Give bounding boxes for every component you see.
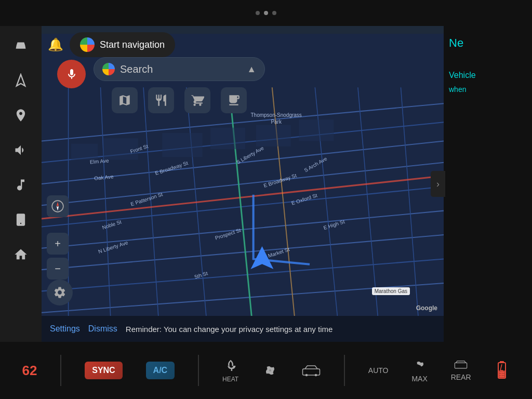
svg-marker-0	[17, 74, 25, 86]
sidebar-item-location[interactable]	[5, 101, 36, 129]
car-icon	[14, 38, 28, 53]
compass-button[interactable]	[47, 195, 69, 217]
when-label: when	[449, 85, 476, 94]
rear-button[interactable]: REAR	[451, 360, 471, 381]
compass-icon	[51, 200, 64, 213]
google-logo	[80, 37, 95, 52]
svg-marker-30	[57, 202, 59, 206]
category-shopping[interactable]	[184, 87, 210, 113]
svg-rect-42	[499, 376, 504, 377]
car-outline-icon	[302, 363, 321, 378]
divider-1	[60, 355, 61, 386]
sidebar-item-music[interactable]	[5, 170, 36, 199]
vehicle-label: Vehicle	[449, 71, 476, 80]
car-body-button[interactable]	[302, 363, 321, 378]
map-area[interactable]: 🔔 Start navigation Search ▲	[42, 26, 444, 342]
home-icon	[14, 247, 28, 262]
svg-point-35	[315, 374, 317, 377]
svg-rect-40	[499, 371, 504, 373]
top-bar	[0, 0, 532, 26]
category-bar	[94, 81, 265, 119]
svg-rect-23	[71, 144, 98, 160]
phone-icon	[14, 212, 28, 227]
right-panel: Ne Vehicle when ›	[444, 26, 532, 342]
search-google-logo	[102, 63, 115, 75]
heat-label: HEAT	[222, 376, 238, 383]
mic-button[interactable]	[57, 60, 86, 88]
rear-label: REAR	[451, 373, 471, 381]
search-text: Search	[120, 63, 242, 75]
svg-rect-26	[210, 128, 245, 149]
svg-point-32	[269, 369, 271, 371]
svg-marker-31	[57, 206, 59, 211]
sidebar-item-car[interactable]	[5, 31, 36, 60]
ac-label: A/C	[146, 362, 175, 379]
max-fan-button[interactable]: MAX	[411, 358, 427, 383]
pagination-dots	[256, 11, 276, 15]
nav-arrow	[250, 246, 273, 269]
map-controls: + −	[47, 233, 69, 280]
fan-icon	[262, 362, 278, 379]
nav-icon	[14, 73, 28, 88]
left-sidebar	[0, 26, 42, 342]
divider-3	[344, 355, 345, 386]
auto-label: AUTO	[368, 366, 389, 375]
svg-rect-38	[500, 361, 504, 363]
rear-icon	[454, 360, 468, 371]
speed-value: 62	[22, 363, 37, 379]
ac-button[interactable]: A/C	[146, 362, 175, 379]
privacy-bar: Settings Dismiss Reminder: You can chang…	[42, 316, 444, 342]
svg-rect-27	[256, 125, 291, 146]
privacy-dismiss-button[interactable]: Dismiss	[88, 324, 117, 334]
search-overlay: Search ▲	[94, 57, 265, 119]
google-watermark: Google	[416, 304, 437, 312]
sync-button[interactable]: SYNC	[85, 362, 122, 379]
svg-rect-36	[455, 363, 467, 368]
bell-button[interactable]: 🔔	[48, 37, 63, 52]
start-nav-label: Start navigation	[100, 39, 165, 50]
sync-label: SYNC	[85, 362, 122, 379]
svg-rect-28	[299, 119, 334, 141]
music-icon	[14, 178, 28, 192]
sidebar-item-home[interactable]	[5, 240, 36, 269]
svg-rect-25	[162, 133, 202, 157]
zoom-in-button[interactable]: +	[47, 233, 69, 255]
right-panel-arrow[interactable]: ›	[431, 171, 445, 197]
start-navigation-button[interactable]: Start navigation	[70, 32, 175, 57]
bottom-bar: 62 SYNC A/C HEAT AUTO	[0, 342, 532, 399]
category-maps[interactable]	[112, 87, 138, 113]
settings-icon	[53, 286, 66, 299]
right-panel-label: Ne	[449, 36, 463, 50]
heat-button[interactable]: HEAT	[222, 358, 238, 383]
svg-rect-41	[499, 374, 504, 375]
max-fan-icon	[413, 358, 427, 373]
maps-icon	[118, 94, 131, 107]
auto-button[interactable]: AUTO	[368, 366, 389, 375]
zoom-out-button[interactable]: −	[47, 258, 69, 280]
coffee-icon	[227, 94, 241, 107]
dot-1	[256, 11, 260, 15]
category-coffee[interactable]	[221, 87, 247, 113]
mic-icon	[65, 68, 78, 81]
dot-2	[264, 11, 268, 15]
charge-indicator	[494, 360, 510, 381]
sidebar-item-volume[interactable]	[5, 136, 36, 164]
privacy-settings-button[interactable]: Settings	[50, 324, 80, 334]
dot-3	[272, 11, 276, 15]
speed-display: 62	[22, 363, 37, 379]
svg-rect-33	[302, 369, 320, 375]
charge-icon	[494, 360, 510, 381]
search-bar[interactable]: Search ▲	[94, 57, 265, 81]
settings-button[interactable]	[47, 280, 73, 305]
search-chevron: ▲	[247, 64, 256, 75]
sidebar-item-phone[interactable]	[5, 205, 36, 234]
max-label: MAX	[411, 375, 427, 383]
food-icon	[154, 94, 168, 107]
heat-icon	[223, 358, 238, 374]
gas-station-label: Marathon Gas	[372, 287, 410, 295]
volume-icon	[14, 143, 28, 157]
category-food[interactable]	[148, 87, 174, 113]
svg-point-34	[305, 374, 308, 377]
fan-button[interactable]	[262, 362, 278, 379]
sidebar-item-nav[interactable]	[5, 66, 36, 95]
